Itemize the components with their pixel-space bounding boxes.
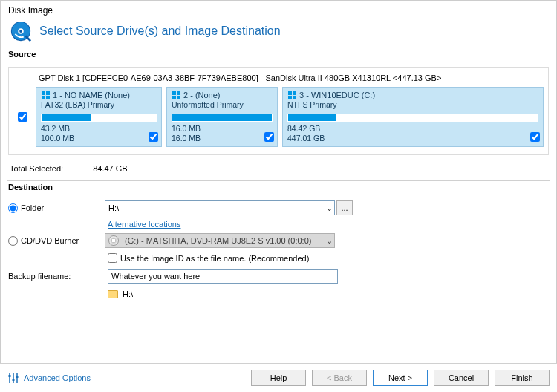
destination-path-display: H:\ (123, 290, 133, 298)
total-selected-value: 84.47 GB (93, 164, 127, 173)
partition-used: 43.2 MB (41, 124, 157, 134)
destination-section-label: Destination (1, 181, 556, 195)
usage-bar (41, 114, 157, 122)
cancel-button[interactable]: Cancel (434, 370, 489, 386)
partition-subtype: NTFS Primary (287, 100, 538, 109)
partition-card-3[interactable]: 3 - WIN10EDUC (C:) NTFS Primary 84.42 GB… (282, 87, 544, 147)
partition-checkbox-1[interactable] (149, 132, 158, 142)
folder-path-value: H:\ (108, 203, 119, 212)
alternative-locations-link[interactable]: Alternative locations (108, 220, 180, 229)
window-title: Disk Image (1, 1, 556, 17)
use-image-id-checkbox[interactable] (108, 253, 117, 263)
windows-icon (41, 91, 50, 99)
select-all-disk-checkbox[interactable] (18, 112, 27, 122)
folder-radio[interactable]: Folder (8, 203, 105, 213)
partition-title: 3 - WIN10EDUC (C:) (299, 91, 375, 99)
disk-description: GPT Disk 1 [CDFEFCE0-AE69-03A3-38BF-7F73… (13, 72, 544, 87)
svg-point-3 (19, 30, 22, 33)
partition-subtype: FAT32 (LBA) Primary (41, 100, 157, 109)
total-selected-label: Total Selected: (10, 164, 63, 173)
windows-icon (172, 91, 180, 99)
partition-title: 2 - (None) (183, 91, 221, 99)
folder-radio-label: Folder (21, 203, 44, 212)
partition-used: 16.0 MB (172, 124, 273, 134)
partition-subtype: Unformatted Primary (172, 100, 273, 109)
advanced-options-link[interactable]: Advanced Options (24, 373, 91, 382)
burner-radio-label: CD/DVD Burner (21, 236, 79, 245)
back-button[interactable]: < Back (312, 370, 367, 386)
disc-icon (108, 235, 119, 246)
next-button[interactable]: Next > (373, 370, 428, 386)
burner-radio[interactable]: CD/DVD Burner (8, 236, 105, 246)
svg-rect-5 (9, 375, 11, 377)
backup-filename-label: Backup filename: (8, 272, 108, 281)
disk-image-icon (10, 20, 32, 42)
svg-rect-9 (16, 376, 19, 378)
divider (7, 62, 550, 62)
footer-bar: Advanced Options Help < Back Next > Canc… (0, 363, 557, 392)
backup-filename-input[interactable] (108, 269, 338, 284)
help-button[interactable]: Help (251, 370, 306, 386)
burner-radio-input[interactable] (8, 236, 18, 246)
browse-button[interactable]: ... (336, 200, 353, 215)
destination-panel: Folder H:\ ⌄ ... Alternative locations C… (1, 195, 556, 303)
folder-path-combo[interactable]: H:\ ⌄ (105, 200, 335, 215)
chevron-down-icon: ⌄ (326, 203, 333, 213)
partition-used: 84.42 GB (287, 124, 538, 134)
burner-combo[interactable]: (G:) - MATSHITA, DVD-RAM UJ8E2 S v1.00 (… (105, 233, 335, 248)
windows-icon (287, 91, 296, 99)
usage-bar (287, 114, 538, 122)
partition-total: 16.0 MB (172, 134, 273, 143)
svg-rect-7 (13, 379, 15, 381)
partition-card-2[interactable]: 2 - (None) Unformatted Primary 16.0 MB 1… (166, 87, 278, 147)
chevron-down-icon: ⌄ (326, 236, 333, 246)
page-title: Select Source Drive(s) and Image Destina… (39, 24, 281, 38)
use-image-id-label: Use the Image ID as the file name. (Reco… (120, 254, 309, 263)
source-panel: GPT Disk 1 [CDFEFCE0-AE69-03A3-38BF-7F73… (8, 67, 549, 155)
usage-bar (172, 114, 273, 122)
folder-icon (108, 290, 118, 298)
partition-checkbox-3[interactable] (530, 132, 540, 142)
folder-radio-input[interactable] (8, 203, 18, 213)
partition-card-1[interactable]: 1 - NO NAME (None) FAT32 (LBA) Primary 4… (36, 87, 162, 147)
source-section-label: Source (1, 48, 556, 62)
page-header: Select Source Drive(s) and Image Destina… (1, 17, 556, 48)
partition-checkbox-2[interactable] (264, 132, 274, 142)
sliders-icon (7, 372, 19, 384)
burner-value: (G:) - MATSHITA, DVD-RAM UJ8E2 S v1.00 (… (125, 236, 311, 245)
finish-button[interactable]: Finish (495, 370, 550, 386)
partition-total: 100.0 MB (41, 134, 157, 143)
partition-title: 1 - NO NAME (None) (53, 91, 130, 99)
partition-total: 447.01 GB (287, 134, 538, 143)
